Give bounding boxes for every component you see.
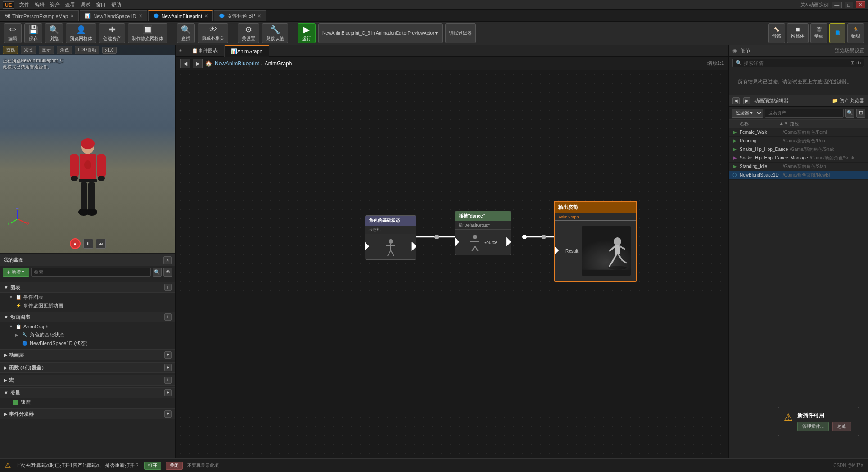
window-minimize[interactable]: — [832,2,842,8]
toolbar-create-asset-btn[interactable]: ✚ 创建资产 [99,23,125,43]
variable-speed[interactable]: 速度 [0,398,175,407]
menu-edit[interactable]: 编辑 [35,1,45,8]
toolbar-run-btn[interactable]: ▶ 运行 [298,23,316,43]
close-editors-btn[interactable]: 关闭 [166,462,183,470]
viewport[interactable]: 透视 光照 显示 角色 LOD自动 x1.0 正在预览NewAnimBluepr… [0,45,175,253]
viewport-perspective-btn[interactable]: 透视 [3,46,18,54]
manage-plugins-btn[interactable]: 管理插件... [797,422,829,431]
toolbar-edit-btn[interactable]: ✏ 编辑 [4,23,22,43]
asset-row-new-blend-space[interactable]: ⬡ NewBlendSpace1D /Game/角色蓝图/NewBl [729,171,868,180]
variables-add-btn[interactable]: + [164,389,172,396]
details-view-icon[interactable]: ⊞ [850,60,854,66]
tab-anim-blueprint[interactable]: 🔷 NewAnimBlueprint ✕ [148,10,213,21]
asset-row-running[interactable]: ▶ Running /Game/新的角色/Run [729,137,868,145]
toolbar-anim-btn[interactable]: 🎬 动画 [810,23,827,43]
graph-section-header[interactable]: ▼ 图表 + [0,282,175,293]
user-btn[interactable]: 关λ 动画实例 [800,1,829,8]
bp-tab-event-graph[interactable]: 📋 事件图表 [185,45,225,57]
tree-event-graph[interactable]: ▼ 📋 事件图表 [0,293,175,301]
anim-graph-add-btn[interactable]: + [164,313,172,321]
tab-female-bp[interactable]: 🔷 女性角色.BP ✕ [214,10,266,21]
tree-base-state[interactable]: ▶ 🔧 角色的基础状态 [0,331,175,339]
toolbar-preview-mesh-btn[interactable]: 👤 预览网格体 [66,23,96,43]
toolbar-debug-filter[interactable]: 调试过滤器 [445,23,476,43]
details-search-input[interactable] [744,60,849,66]
asset-search-input[interactable] [765,109,844,118]
asset-row-standing-idle[interactable]: ▶ Standing_Idle /Game/新的角色/Stan [729,163,868,171]
step-btn[interactable]: ⏭ [96,239,106,249]
anim-graph-section-header[interactable]: ▼ 动画图表 + [0,312,175,322]
blueprint-filter-btn[interactable]: 👁 [163,268,172,277]
functions-add-btn[interactable]: + [164,364,172,371]
toolbar-settings-btn[interactable]: ⚙ 关设置 [238,23,259,43]
macros-add-btn[interactable]: + [164,377,172,384]
tab-blend-close[interactable]: ✕ [139,14,142,18]
no-show-again-btn[interactable]: 不要再显示此项 [187,463,219,469]
event-dispatcher-section[interactable]: ▶ 事件分发器 + [0,408,175,419]
blueprint-search-input[interactable] [31,268,151,277]
tab-female-close[interactable]: ✕ [258,14,261,18]
toolbar-mesh-btn[interactable]: 🔲 网格体 [787,23,809,43]
details-eye-icon[interactable]: 👁 [856,60,861,66]
anim-preview-forward-btn[interactable]: ▶ [743,97,750,104]
anim-layers-add-btn[interactable]: + [164,351,172,359]
menu-file[interactable]: 文件 [19,1,29,8]
bp-tab-anim-graph[interactable]: 📊 AnimGraph [225,45,269,57]
window-close[interactable]: ✕ [856,1,865,8]
new-add-btn[interactable]: ✚ 新增▼ [3,268,29,277]
viewport-lit-btn[interactable]: 光照 [21,46,36,54]
viewport-lod-btn[interactable]: LOD自动 [75,46,99,54]
asset-browser-tab[interactable]: 📁 资产浏览器 [832,97,864,104]
graph-add-btn[interactable]: + [164,284,172,291]
toolbar-hide-btn[interactable]: 👁 隐藏不相关 [198,23,228,43]
bp-tab-star[interactable]: ★ [176,45,185,57]
menu-debug[interactable]: 调试 [81,1,90,8]
menu-asset[interactable]: 资产 [50,1,60,8]
bp-back-btn[interactable]: ◀ [180,59,190,68]
bp-forward-btn[interactable]: ▶ [193,59,203,68]
preview-settings-label[interactable]: 预览场景设置 [835,47,864,54]
tab-third-person-close[interactable]: ✕ [70,14,74,18]
asset-search-btn[interactable]: 🔍 [845,109,854,118]
menu-view[interactable]: 查看 [65,1,75,8]
blend-space-node[interactable]: 插槽"dance" 插"DefaultGroup" [455,211,511,255]
menu-help[interactable]: 帮助 [111,1,121,8]
viewport-scale-btn[interactable]: x1.0 [102,47,117,54]
toolbar-actor-dropdown[interactable]: NewAnimBlueprint_C_3 in AnimationEditorP… [318,23,443,43]
blueprint-search-btn[interactable]: 🔍 [153,268,162,277]
toolbar-create-static-btn[interactable]: 🔲 制作静态网格体 [128,23,167,43]
toolbar-bp-btn[interactable]: 📘 [829,23,845,43]
my-blueprint-minimize-icon[interactable]: — [157,258,162,263]
menu-window[interactable]: 窗口 [96,1,106,8]
functions-section[interactable]: ▶ 函数 (4们)覆盖） + [0,362,175,373]
asset-row-snake-hip-montage[interactable]: ▶ Snake_Hip_Hop_Dance_Montage /Game/新的角色… [729,154,868,163]
toolbar-skeleton-btn[interactable]: 🦴 骨骼 [768,23,785,43]
tree-blend-state-anim[interactable]: 🔵 NewBlendSpace1D (状态） [0,339,175,348]
asset-row-female-walk[interactable]: ▶ Female_Walk /Game/新的角色/Femi [729,128,868,137]
my-blueprint-close-btn[interactable]: ✕ [163,256,172,264]
asset-view-toggle[interactable]: ⊞ [856,109,865,118]
bp-breadcrumb-root[interactable]: NewAnimBlueprint [215,60,259,67]
output-pose-node[interactable]: 输出姿势 AnimGraph Result [554,201,637,282]
toolbar-find-btn[interactable]: 🔍 查找 [177,23,195,43]
viewport-show-btn[interactable]: 显示 [39,46,54,54]
toolbar-save-btn[interactable]: 💾 保存 [24,23,42,43]
asset-row-snake-hip[interactable]: ▶ Snake_Hip_Hop_Dance /Game/新的角色/Snak [729,145,868,154]
details-minimize-icon[interactable]: ◉ [732,48,737,54]
event-dispatcher-add-btn[interactable]: + [164,410,172,418]
anim-preview-back-btn[interactable]: ◀ [732,97,740,104]
ignore-plugin-btn[interactable]: 忽略 [832,422,851,431]
record-btn[interactable]: ● [70,238,81,249]
tab-blend-space[interactable]: 📊 NewBlendSpace1D ✕ [80,10,147,21]
macros-section[interactable]: ▶ 宏 + [0,375,175,386]
toolbar-anim2-btn[interactable]: 🏃 物理 [847,23,864,43]
window-maximize[interactable]: □ [845,2,853,8]
tree-anim-graph[interactable]: ▼ 📋 AnimGraph [0,322,175,331]
toolbar-browse-btn[interactable]: 🔍 浏览 [45,23,63,43]
open-editors-btn[interactable]: 打开 [144,462,161,470]
anim-layers-section[interactable]: ▶ 动画层 + [0,349,175,360]
pause-btn[interactable]: ⏸ [83,239,93,249]
blueprint-canvas[interactable]: 角色的基础状态 状态机 [176,70,728,462]
tree-event-blueprint[interactable]: ⚡ 事件蓝图更新动画 [0,301,175,310]
asset-filter-dropdown[interactable]: 过滤器▼ [732,109,763,118]
